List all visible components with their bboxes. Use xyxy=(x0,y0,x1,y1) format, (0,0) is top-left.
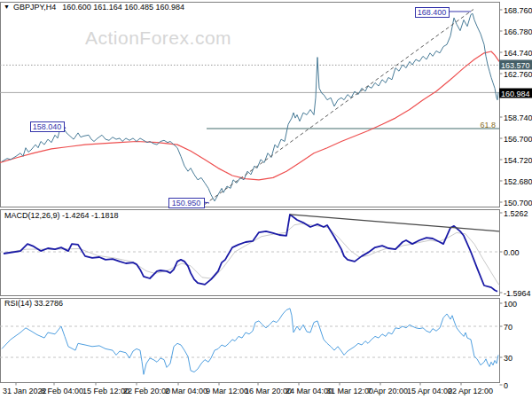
x-axis-label: 22 Apr 12:00 xyxy=(448,387,493,395)
moving-average-line xyxy=(0,51,499,180)
macd-panel: 1.52620.00-1.5964 xyxy=(0,209,531,298)
y-axis-badge-label: 160.984 xyxy=(501,90,530,98)
macd-main-line xyxy=(4,215,497,292)
ohlc-values: 160.600 161.164 160.485 160.984 xyxy=(62,3,184,12)
price-label-text: 168.400 xyxy=(418,8,447,17)
macd-signal-line xyxy=(4,223,499,285)
rsi-panel-border xyxy=(1,299,500,383)
price-series xyxy=(2,13,498,201)
fib-level-label: 61.8 xyxy=(480,121,496,129)
chart-header: ▼GBPJPY,H4160.600 161.164 160.485 160.98… xyxy=(4,3,184,12)
x-axis-label: 22 Feb 20:00 xyxy=(123,387,170,395)
macd-indicator-label: MACD(12,26,9) -1.4264 -1.1818 xyxy=(4,211,119,220)
chart-window[interactable]: ActionForex.com 168.760166.780164.740163… xyxy=(0,0,532,399)
macd-panel-border xyxy=(1,210,500,296)
main-panel: 168.760166.780164.740163.570162.760160.9… xyxy=(0,3,532,208)
main-panel-border xyxy=(1,3,500,207)
rsi-panel: 10070300 xyxy=(0,299,517,390)
macd-descending-trendline xyxy=(290,215,499,231)
x-axis-label: 7 Apr 20:00 xyxy=(367,387,408,395)
y-axis-badge-label: 163.570 xyxy=(501,61,530,70)
rsi-indicator-label: RSI(14) 33.2786 xyxy=(4,299,63,308)
price-label-text: 150.950 xyxy=(172,199,201,207)
x-axis-label: 8 Feb 04:00 xyxy=(41,387,83,395)
y-axis-label: -1.5964 xyxy=(504,289,531,298)
y-axis-label: 168.760 xyxy=(504,6,532,15)
y-axis-label: 1.5262 xyxy=(504,209,528,218)
y-axis-label: 150.700 xyxy=(504,199,532,207)
price-label-text: 158.040 xyxy=(33,122,62,131)
rsi-line xyxy=(2,309,498,374)
y-axis-label: 156.700 xyxy=(504,135,532,144)
y-axis-label: 30 xyxy=(504,354,512,363)
x-axis-label: 2 Mar 04:00 xyxy=(165,387,207,395)
y-axis-label: 152.680 xyxy=(504,177,532,186)
y-axis-label: 166.780 xyxy=(504,27,532,36)
symbol-dropdown-icon[interactable]: ▼ xyxy=(4,4,10,10)
y-axis-label: 158.740 xyxy=(504,113,532,122)
price-chart-canvas[interactable]: 168.760166.780164.740163.570162.760160.9… xyxy=(0,0,532,399)
y-axis-label: 162.760 xyxy=(504,70,532,79)
y-axis-label: 100 xyxy=(504,300,517,309)
y-axis-label: 0 xyxy=(504,381,508,390)
ascending-trendline-dashed xyxy=(205,10,473,205)
x-axis-label: 15 Apr 04:00 xyxy=(407,387,452,395)
y-axis-label: 164.740 xyxy=(504,49,532,58)
x-axis-label: 9 Mar 12:00 xyxy=(206,387,248,395)
y-axis-label: 70 xyxy=(504,323,512,332)
y-axis-label: 0.00 xyxy=(504,248,520,257)
symbol-label: GBPJPY,H4 xyxy=(13,3,56,12)
y-axis-label: 154.720 xyxy=(504,156,532,165)
